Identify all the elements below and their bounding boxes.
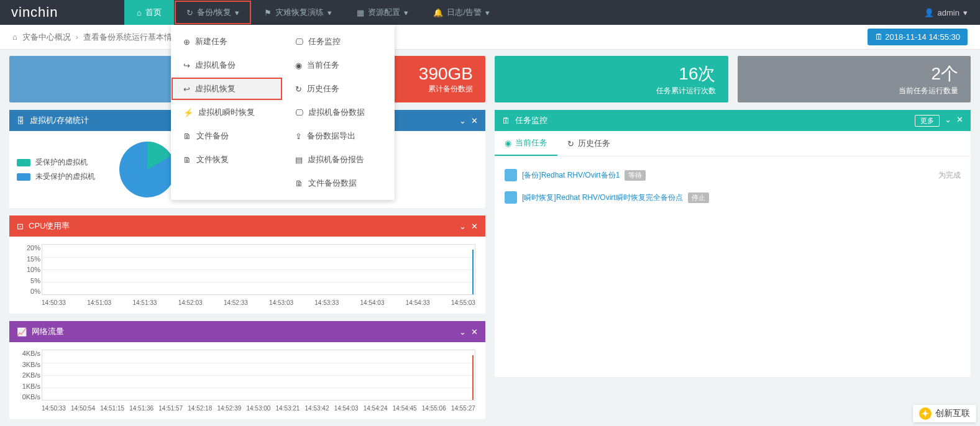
chevron-down-icon: ▾ [963, 8, 968, 17]
menu-file-backup-data[interactable]: 🗎文件备份数据 [283, 171, 395, 195]
pie-vm [116, 138, 178, 201]
tab-history[interactable]: ↻历史任务 [557, 131, 620, 156]
cpu-chart: 20%15%10%5%0% 14:50:3314:51:0314:51:3314… [17, 244, 478, 306]
bolt-icon: ⚡ [183, 108, 193, 117]
collapse-icon[interactable]: ⌄ [459, 327, 466, 337]
chevron-down-icon: ▾ [327, 8, 332, 17]
close-icon[interactable]: ✕ [471, 222, 478, 231]
clock-icon: ↻ [295, 84, 302, 94]
panel-title: 网络流量 [32, 326, 64, 337]
close-icon[interactable]: ✕ [471, 116, 478, 125]
menu-vm-backup[interactable]: ↪虚拟机备份 [171, 53, 283, 77]
chevron-down-icon: ▾ [485, 8, 490, 17]
timestamp-badge: 🗓 2018-11-14 14:55:30 [868, 29, 968, 45]
watermark: ✦创新互联 [913, 405, 976, 422]
breadcrumb: ⌂ 灾备中心概况 › 查看备份系统运行基本情 🗓 2018-11-14 14:5… [0, 25, 980, 50]
task-row[interactable]: [瞬时恢复]Redhat RHV/Ovirt瞬时恢复完全备份点停止 [502, 186, 963, 209]
collapse-icon[interactable]: ⌄ [459, 222, 466, 231]
close-icon[interactable]: ✕ [471, 327, 478, 337]
logo: vinchin [0, 4, 124, 20]
chevron-down-icon: ▾ [404, 8, 408, 17]
menu-vm-restore[interactable]: ↩虚拟机恢复 [171, 77, 283, 101]
chart-icon: 📈 [17, 327, 27, 337]
panel-cpu: ⊡CPU使用率 ⌄✕ 20%15%10%5%0% 14:50:3314:51:0… [9, 215, 485, 314]
monitor-icon: 🖵 [295, 108, 303, 117]
tab-current[interactable]: ◉当前任务 [495, 131, 557, 156]
task-tag: 停止 [688, 193, 709, 203]
panel-net: 📈网络流量 ⌄✕ 4KB/s3KB/s2KB/s1KB/s0KB/s 14:50… [9, 321, 485, 419]
close-icon[interactable]: ✕ [956, 115, 963, 127]
more-button[interactable]: 更多 [915, 115, 940, 127]
menu-current-task[interactable]: ◉当前任务 [283, 53, 395, 77]
cube-icon: ▦ [357, 8, 364, 17]
nav-log[interactable]: 🔔日志/告警▾ [421, 0, 502, 25]
stat-running[interactable]: 2个当前任务运行数量 [738, 56, 971, 102]
task-link[interactable]: [备份]Redhat RHV/Ovirt备份1 [522, 170, 620, 181]
watermark-icon: ✦ [919, 407, 932, 420]
breadcrumb-sep: › [76, 32, 78, 42]
user-icon: 👤 [924, 8, 934, 17]
menu-file-backup[interactable]: 🗎文件备份 [171, 124, 283, 148]
task-status: 为完成 [938, 170, 961, 181]
panel-title: 任务监控 [515, 115, 547, 126]
stat-task-count[interactable]: 16次任务累计运行次数 [495, 56, 728, 102]
user-menu[interactable]: 👤admin▾ [924, 8, 980, 17]
menu-export[interactable]: ⇪备份数据导出 [283, 124, 395, 148]
undo-icon: ↩ [183, 84, 190, 94]
report-icon: ▤ [295, 155, 303, 165]
refresh-icon: ↻ [186, 8, 193, 17]
menu-history-task[interactable]: ↻历史任务 [283, 77, 395, 101]
breadcrumb-root[interactable]: 灾备中心概况 [22, 32, 71, 43]
task-row[interactable]: [备份]Redhat RHV/Ovirt备份1等待为完成 [502, 164, 963, 186]
file-icon: 🗎 [295, 179, 303, 188]
nav-resource[interactable]: ▦资源配置▾ [344, 0, 421, 25]
fire-icon: ⚑ [264, 8, 272, 17]
collapse-icon[interactable]: ⌄ [945, 115, 951, 127]
clock-icon: ↻ [567, 139, 574, 148]
calendar-icon: 🗓 [502, 116, 510, 125]
home-icon: ⌂ [137, 8, 142, 17]
export-icon: ⇪ [295, 132, 302, 141]
task-link[interactable]: [瞬时恢复]Redhat RHV/Ovirt瞬时恢复完全备份点 [522, 193, 683, 203]
menu-task-monitor[interactable]: 🖵任务监控 [283, 30, 395, 53]
menu-new-task[interactable]: ⊕新建任务 [171, 30, 283, 53]
menu-file-restore[interactable]: 🗎文件恢复 [171, 148, 283, 171]
nav-home[interactable]: ⌂首页 [124, 0, 174, 25]
net-chart: 4KB/s3KB/s2KB/s1KB/s0KB/s 14:50:3314:50:… [17, 350, 478, 412]
nav-backup[interactable]: ↻备份/恢复▾ [174, 0, 252, 25]
breadcrumb-current: 查看备份系统运行基本情 [83, 32, 172, 43]
panel-title: CPU使用率 [29, 220, 70, 232]
bell-icon: 🔔 [433, 8, 443, 17]
monitor-icon: 🖵 [295, 37, 303, 47]
share-icon: ↪ [183, 61, 190, 70]
file-icon: 🗎 [183, 155, 191, 165]
menu-report[interactable]: ▤虚拟机备份报告 [283, 148, 395, 171]
topbar: vinchin ⌂首页 ↻备份/恢复▾ ⚑灾难恢复演练▾ ▦资源配置▾ 🔔日志/… [0, 0, 980, 25]
calendar-icon: 🗓 [875, 32, 883, 42]
nav-drill[interactable]: ⚑灾难恢复演练▾ [252, 0, 344, 25]
backup-dropdown: ⊕新建任务 ↪虚拟机备份 ↩虚拟机恢复 ⚡虚拟机瞬时恢复 🗎文件备份 🗎文件恢复… [171, 25, 395, 200]
menu-vm-backup-data[interactable]: 🖵虚拟机备份数据 [283, 101, 395, 124]
panel-title: 虚拟机/存储统计 [30, 115, 89, 126]
menu-vm-instant-restore[interactable]: ⚡虚拟机瞬时恢复 [171, 101, 283, 124]
gauge-icon: ◉ [295, 61, 302, 70]
gauge-icon: ◉ [505, 138, 511, 148]
home-icon: ⌂ [12, 32, 17, 42]
collapse-icon[interactable]: ⌄ [459, 116, 466, 125]
plus-icon: ⊕ [183, 37, 190, 47]
server-icon: 🗄 [17, 116, 25, 125]
panel-task-monitor: 🗓任务监控 更多⌄✕ ◉当前任务 ↻历史任务 [备份]Redhat RHV/Ov… [495, 110, 971, 377]
chip-icon: ⊡ [17, 222, 24, 231]
task-tag: 等待 [625, 170, 646, 181]
task-icon [505, 169, 517, 181]
task-icon [505, 191, 517, 204]
chevron-down-icon: ▾ [235, 8, 239, 17]
main-nav: ⌂首页 ↻备份/恢复▾ ⚑灾难恢复演练▾ ▦资源配置▾ 🔔日志/告警▾ [124, 0, 502, 25]
file-icon: 🗎 [183, 132, 191, 141]
